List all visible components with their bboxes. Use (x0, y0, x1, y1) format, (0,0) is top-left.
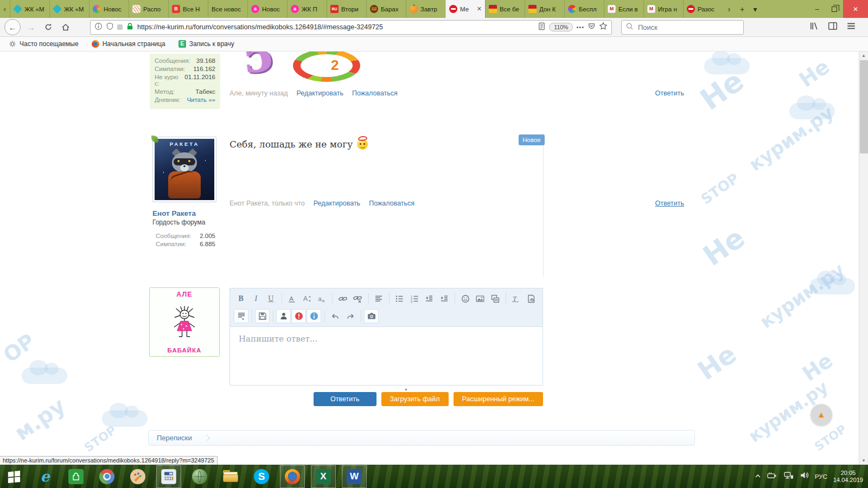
reader-mode-icon[interactable] (538, 22, 546, 33)
font-size-icon[interactable]: A (299, 292, 314, 306)
tab[interactable]: Все бе (485, 0, 525, 18)
taskbar-store-icon[interactable] (64, 466, 88, 487)
gallery-icon[interactable] (488, 292, 502, 306)
page-actions-icon[interactable]: ••• (576, 24, 584, 30)
reply-textarea[interactable]: Напишите ответ... (230, 327, 542, 351)
italic-icon[interactable]: I (249, 292, 264, 306)
tab[interactable]: ВВсе Н (168, 0, 208, 18)
redo-icon[interactable] (343, 309, 358, 323)
save-icon[interactable] (255, 309, 270, 323)
stat-value[interactable]: Читать »» (187, 97, 215, 103)
image-icon[interactable] (473, 292, 488, 306)
taskbar-word-icon[interactable]: W (342, 466, 366, 487)
tab-scroll-right-icon[interactable]: › (723, 0, 736, 18)
message1-author-time[interactable]: Але, минуту назад (229, 89, 288, 97)
volume-icon[interactable] (800, 471, 809, 481)
language-indicator[interactable]: РУС (815, 473, 827, 480)
taskbar-ie-icon[interactable]: e (33, 466, 57, 487)
message2-author-time[interactable]: Енот Ракета, только что (229, 200, 305, 207)
tab-active[interactable]: Ме✕ (445, 0, 485, 18)
bookmark-item[interactable]: Часто посещаемые (9, 40, 79, 48)
tab[interactable]: Все новос (208, 0, 247, 18)
smiley-icon[interactable] (458, 292, 473, 306)
message1-edit-link[interactable]: Редактировать (297, 89, 343, 97)
list-tabs-icon[interactable]: ▾ (749, 0, 762, 18)
pocket-icon[interactable] (588, 22, 596, 33)
search-input[interactable] (637, 23, 739, 32)
advanced-mode-button[interactable]: Расширенный режим... (454, 392, 543, 406)
message1-reply-link[interactable]: Ответить (655, 89, 684, 97)
tab[interactable]: Распо (129, 0, 168, 18)
message2-avatar[interactable]: РАКЕТА (152, 137, 216, 202)
taskbar-paint-icon[interactable] (126, 466, 150, 487)
tab[interactable]: ЖК «М (10, 0, 49, 18)
tab[interactable]: Беспл (564, 0, 604, 18)
zoom-level-badge[interactable]: 110% (549, 23, 573, 31)
tracking-protection-icon[interactable] (106, 22, 114, 33)
font-family-icon[interactable]: aa (315, 292, 329, 306)
bookmark-star-icon[interactable] (599, 22, 608, 33)
outdent-icon[interactable] (422, 292, 437, 306)
taskbar-explorer-icon[interactable] (219, 466, 242, 487)
url-text[interactable]: https://ne-kurim.ru/forum/conversations/… (137, 23, 534, 31)
user-icon[interactable] (276, 309, 291, 323)
taskbar-skype-icon[interactable]: S (250, 466, 273, 487)
link-icon[interactable] (335, 292, 350, 306)
site-info-icon[interactable] (94, 22, 103, 33)
clock[interactable]: 20:05 14.04.2019 (833, 470, 863, 484)
back-button[interactable]: ← (4, 19, 21, 35)
unlink-icon[interactable] (350, 292, 365, 306)
error-icon[interactable] (291, 309, 306, 323)
text-color-icon[interactable]: A (285, 292, 299, 306)
breadcrumb-conversations-link[interactable]: Переписки (157, 434, 192, 442)
taskbar-excel-icon[interactable]: X (311, 466, 335, 487)
tab[interactable]: aЖК П (287, 0, 327, 18)
sidebar-icon[interactable] (828, 21, 838, 33)
tab[interactable]: RUВтори (327, 0, 366, 18)
tab[interactable]: Разос (683, 0, 723, 18)
tab[interactable]: МИгра н (643, 0, 683, 18)
bookmark-item[interactable]: EЗапись к врачу (178, 40, 234, 48)
camera-icon[interactable] (364, 309, 379, 323)
drafts-icon[interactable] (234, 309, 248, 323)
close-button[interactable]: ✕ (843, 0, 868, 18)
permissions-icon[interactable] (117, 24, 123, 30)
resize-handle[interactable] (405, 389, 407, 390)
remove-format-icon[interactable]: Tx (509, 292, 524, 306)
reload-button[interactable] (41, 20, 55, 34)
taskbar-firefox-icon[interactable] (280, 466, 304, 487)
lock-icon[interactable] (126, 22, 134, 33)
upload-file-button[interactable]: Загрузить файл (381, 392, 449, 406)
indent-icon[interactable] (437, 292, 452, 306)
align-icon[interactable] (372, 292, 386, 306)
taskbar-start-icon[interactable] (2, 466, 26, 487)
scrollbar-down-icon[interactable]: ▼ (859, 457, 868, 465)
tab-close-icon[interactable]: ✕ (477, 5, 482, 12)
menu-icon[interactable] (846, 21, 856, 33)
minimize-button[interactable]: – (808, 0, 826, 18)
tab[interactable]: Новос (89, 0, 129, 18)
taskbar-calculator-icon[interactable] (157, 466, 181, 487)
current-user-avatar[interactable]: АЛЕ БАБАЙКА (149, 287, 220, 357)
battery-icon[interactable] (767, 471, 777, 481)
new-tab-button[interactable]: + (736, 0, 749, 18)
message2-reply-link[interactable]: Ответить (655, 200, 684, 207)
message2-report-link[interactable]: Пожаловаться (369, 200, 414, 207)
bold-icon[interactable]: B (234, 292, 248, 306)
list-number-icon[interactable]: 123 (407, 292, 422, 306)
reply-editor[interactable]: BIUAAaa123Tx Напишите ответ... (229, 288, 543, 386)
scrollbar-up-icon[interactable]: ▲ (859, 52, 868, 60)
message2-username[interactable]: Енот Ракета (152, 209, 196, 217)
address-bar[interactable]: https://ne-kurim.ru/forum/conversations/… (90, 20, 612, 35)
bookmark-item[interactable]: Начальная страница (92, 40, 165, 48)
taskbar-chrome-icon[interactable] (95, 466, 119, 487)
tab-scroll-left-icon[interactable]: ‹ (0, 0, 10, 18)
page-scrollbar[interactable]: ▲ ▼ (859, 52, 868, 465)
tab[interactable]: ШБарах (366, 0, 406, 18)
undo-icon[interactable] (328, 309, 342, 323)
home-button[interactable] (59, 20, 73, 34)
tab[interactable]: Дон К (525, 0, 564, 18)
search-bar[interactable] (621, 20, 744, 35)
tab[interactable]: aНовос (247, 0, 287, 18)
message2-edit-link[interactable]: Редактировать (314, 200, 360, 207)
